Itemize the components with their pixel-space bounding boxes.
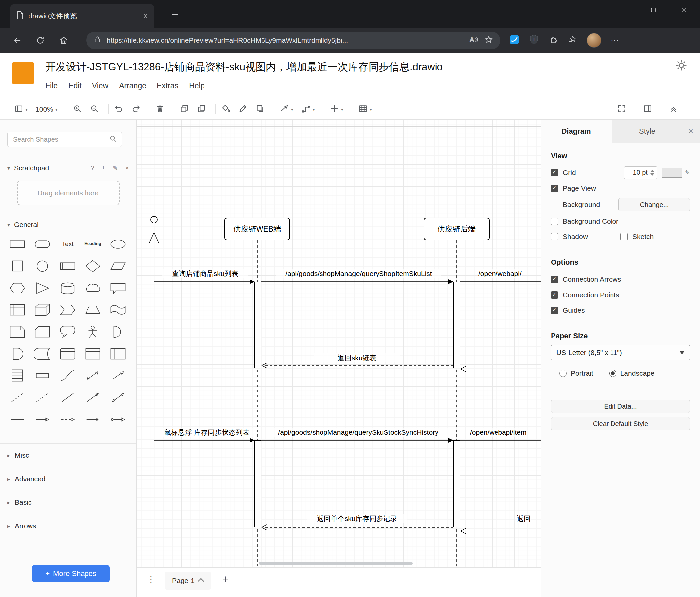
- shape-ellipse[interactable]: [105, 233, 131, 255]
- shape-actor[interactable]: [80, 321, 105, 342]
- more-shapes-button[interactable]: + More Shapes: [32, 565, 110, 582]
- shape-bidirectional-arrow[interactable]: [80, 364, 105, 386]
- shield-extension-icon[interactable]: T: [529, 34, 539, 46]
- shape-parallelogram[interactable]: [105, 255, 131, 277]
- message-label[interactable]: /open/webapi/: [478, 269, 522, 278]
- clear-default-style-button[interactable]: Clear Default Style: [551, 417, 690, 430]
- zoom-in-button[interactable]: [73, 104, 82, 115]
- shape-circle[interactable]: [30, 255, 55, 277]
- close-icon[interactable]: ×: [125, 165, 129, 172]
- message-label[interactable]: 查询店铺商品sku列表: [162, 269, 248, 278]
- scratchpad-dropzone[interactable]: Drag elements here: [17, 181, 120, 205]
- shape-text[interactable]: Text: [55, 233, 80, 255]
- add-icon[interactable]: +: [102, 165, 105, 172]
- lifeline-box-web[interactable]: 供应链WEB端: [224, 218, 290, 240]
- shape-link[interactable]: [5, 408, 30, 430]
- return-label[interactable]: 返回sku链表: [314, 353, 400, 362]
- section-general[interactable]: ▾ General: [7, 220, 129, 229]
- shape-container[interactable]: [55, 342, 80, 364]
- shape-cube[interactable]: [30, 299, 55, 321]
- page-tab[interactable]: Page-1: [165, 572, 211, 590]
- sketch-checkbox[interactable]: [621, 233, 628, 240]
- format-panel-button[interactable]: [643, 104, 652, 115]
- shape-data-storage[interactable]: [30, 342, 55, 364]
- shape-list[interactable]: [5, 364, 30, 386]
- browser-tab[interactable]: drawio文件预览: [10, 4, 154, 28]
- insert-button[interactable]: ▾: [330, 104, 343, 115]
- shape-cloud[interactable]: [80, 277, 105, 299]
- activation-bar[interactable]: [453, 440, 460, 527]
- activation-bar[interactable]: [453, 282, 460, 368]
- to-front-button[interactable]: [180, 104, 189, 115]
- shape-arrow-right[interactable]: [30, 408, 55, 430]
- shape-dotted-line[interactable]: [30, 386, 55, 408]
- menu-file[interactable]: File: [45, 81, 58, 90]
- delete-button[interactable]: [155, 104, 165, 115]
- return-label[interactable]: 返回: [517, 514, 531, 523]
- line-color-button[interactable]: [238, 104, 248, 115]
- shape-cylinder[interactable]: [55, 277, 80, 299]
- close-window-button[interactable]: [669, 0, 700, 20]
- pages-menu-icon[interactable]: ⋮: [147, 572, 155, 585]
- shape-triangle[interactable]: [30, 277, 55, 299]
- favorites-hub-icon[interactable]: [568, 35, 577, 46]
- redo-button[interactable]: [131, 104, 141, 115]
- shape-process[interactable]: [55, 255, 80, 277]
- landscape-radio[interactable]: [609, 370, 617, 377]
- edit-icon[interactable]: ✎: [113, 165, 118, 172]
- activation-bar[interactable]: [254, 440, 261, 527]
- shape-rounded-rectangle[interactable]: [30, 233, 55, 255]
- shape-line[interactable]: [55, 386, 80, 408]
- shape-trapezoid[interactable]: [80, 299, 105, 321]
- grid-color-swatch[interactable]: [662, 168, 682, 178]
- add-page-button[interactable]: +: [222, 572, 229, 586]
- shape-heading[interactable]: Heading: [80, 233, 105, 255]
- stepper-icon[interactable]: [650, 170, 654, 176]
- table-button[interactable]: ▾: [358, 104, 372, 115]
- menu-help[interactable]: Help: [189, 81, 204, 90]
- refresh-icon[interactable]: [32, 32, 48, 48]
- message-label[interactable]: /api/goods/shopManage/queryShopItemSkuLi…: [276, 269, 442, 278]
- read-aloud-icon[interactable]: A: [469, 35, 479, 46]
- back-icon[interactable]: [9, 32, 25, 48]
- menu-extras[interactable]: Extras: [157, 81, 178, 90]
- portrait-radio[interactable]: [559, 370, 567, 377]
- waypoints-button[interactable]: ▾: [301, 104, 315, 115]
- shape-curve[interactable]: [55, 364, 80, 386]
- help-icon[interactable]: ?: [91, 165, 95, 172]
- section-advanced[interactable]: ▸Advanced: [0, 467, 136, 491]
- tab-style[interactable]: Style: [612, 120, 682, 143]
- scratchpad-header[interactable]: ▾ Scratchpad ? + ✎ ×: [7, 164, 129, 172]
- section-arrows[interactable]: ▸Arrows: [0, 514, 136, 538]
- search-input[interactable]: [12, 135, 109, 144]
- grid-checkbox[interactable]: [551, 169, 558, 176]
- shape-step[interactable]: [55, 299, 80, 321]
- guides-checkbox[interactable]: [551, 307, 558, 314]
- shape-titled-container[interactable]: [80, 342, 105, 364]
- shape-vertical-container[interactable]: [105, 342, 131, 364]
- horizontal-scrollbar[interactable]: [259, 562, 412, 565]
- undo-button[interactable]: [114, 104, 123, 115]
- zoom-out-button[interactable]: [90, 104, 99, 115]
- collapse-button[interactable]: [669, 104, 678, 115]
- extension-blue-icon[interactable]: [509, 34, 520, 46]
- shape-card[interactable]: [30, 321, 55, 342]
- maximize-button[interactable]: [638, 0, 669, 20]
- shape-dashed-line[interactable]: [5, 386, 30, 408]
- theme-toggle-icon[interactable]: [675, 59, 688, 73]
- message-label[interactable]: /open/webapi/item: [470, 428, 526, 437]
- change-background-button[interactable]: Change...: [619, 198, 690, 211]
- return-label[interactable]: 返回单个sku库存同步记录: [307, 514, 407, 523]
- shape-callout[interactable]: [55, 321, 80, 342]
- address-bar[interactable]: https://file.kkview.cn/onlinePreview?url…: [86, 31, 500, 49]
- menu-arrange[interactable]: Arrange: [119, 81, 146, 90]
- shape-dashed-arrow[interactable]: [55, 408, 80, 430]
- shape-hexagon[interactable]: [5, 277, 30, 299]
- diagram-canvas[interactable]: 供应链WEB端 供应链后端 查询店铺商品sku列表 /api/goods/sho…: [137, 120, 541, 568]
- edit-color-icon[interactable]: ✎: [685, 169, 690, 176]
- paper-size-select[interactable]: US-Letter (8,5" x 11"): [551, 345, 690, 360]
- shape-square[interactable]: [5, 255, 30, 277]
- shape-internal-storage[interactable]: [5, 299, 30, 321]
- zoom-level-button[interactable]: 100%▾: [35, 105, 58, 114]
- view-button[interactable]: ▾: [14, 104, 27, 115]
